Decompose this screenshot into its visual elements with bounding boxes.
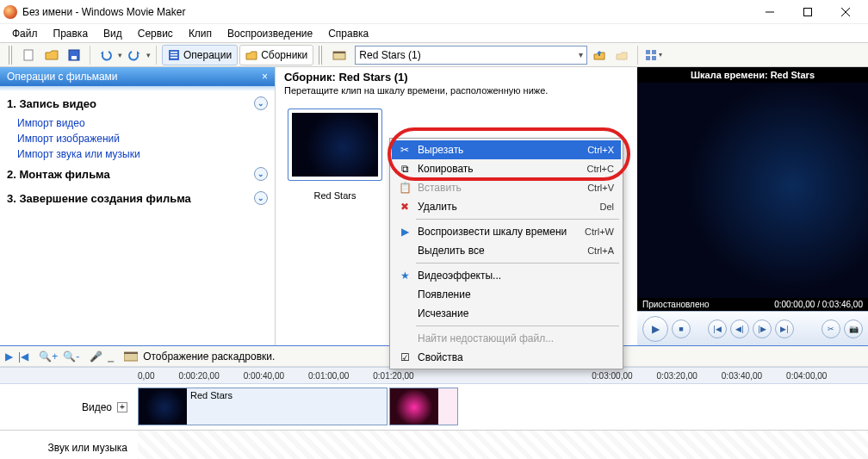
play-button[interactable]: ▶ — [642, 316, 668, 342]
folder-icon — [245, 49, 257, 61]
task-import-audio[interactable]: Импорт звука или музыки — [0, 146, 275, 162]
delete-icon: ✖ — [395, 201, 414, 213]
svg-rect-4 — [24, 50, 33, 60]
tl-rewind-button[interactable]: |◀ — [18, 350, 28, 363]
audio-track: Звук или музыка — [0, 431, 868, 459]
zoom-in-button[interactable]: 🔍+ — [39, 350, 58, 363]
svg-rect-16 — [652, 56, 656, 60]
window-title: Без имени - Windows Movie Maker — [22, 6, 185, 18]
ctx-cut[interactable]: ✂ Вырезать Ctrl+X — [392, 140, 621, 159]
split-button[interactable]: ✂ — [822, 319, 840, 338]
open-button[interactable] — [41, 45, 62, 65]
menu-view[interactable]: Вид — [96, 26, 129, 41]
expand-track-icon[interactable]: + — [117, 402, 127, 412]
collection-selected: Red Stars (1) — [359, 49, 579, 61]
maximize-button[interactable] — [789, 0, 827, 24]
properties-icon: ☑ — [395, 351, 414, 363]
collapse-icon[interactable]: ⌄ — [254, 96, 268, 110]
timeline-clip-2[interactable] — [389, 388, 458, 425]
ctx-fade-out[interactable]: Исчезание — [392, 304, 621, 323]
ctx-fade-in[interactable]: Появление — [392, 285, 621, 304]
ctx-video-fx[interactable]: ★ Видеоэффекты... — [392, 266, 621, 285]
svg-rect-15 — [646, 56, 650, 60]
tasks-pane: Операции с фильмами × 1. Запись видео ⌄ … — [0, 67, 276, 345]
menu-clip[interactable]: Клип — [182, 26, 219, 41]
expand-icon-2[interactable]: ⌄ — [254, 191, 268, 205]
task-import-images[interactable]: Импорт изображений — [0, 131, 275, 146]
timeline-clip-1-label: Red Stars — [187, 388, 236, 402]
titlebar: Без имени - Windows Movie Maker — [0, 0, 868, 24]
svg-rect-1 — [804, 8, 812, 16]
collections-label: Сборники — [261, 49, 307, 61]
storyboard-icon — [124, 350, 138, 363]
levels-button[interactable]: ⎯ — [108, 350, 114, 363]
redo-button[interactable] — [124, 45, 145, 65]
menubar: Файл Правка Вид Сервис Клип Воспроизведе… — [0, 24, 868, 43]
timeline-clip-1[interactable]: Red Stars — [138, 388, 388, 425]
menu-file[interactable]: Файл — [5, 26, 45, 41]
video-track-content[interactable]: Red Stars — [138, 384, 868, 430]
app-icon — [3, 5, 17, 19]
new-project-button[interactable] — [19, 45, 40, 65]
svg-rect-18 — [124, 352, 138, 354]
menu-service[interactable]: Сервис — [131, 26, 180, 41]
collection-subtitle: Перетащите клип на шкалу времени, распол… — [284, 85, 629, 96]
ctx-delete[interactable]: ✖ Удалить Del — [392, 197, 621, 216]
new-folder-button[interactable] — [611, 45, 632, 65]
timeline-ruler[interactable]: 0,00 0:00:20,00 0:00:40,00 0:01:00,00 0:… — [0, 367, 868, 384]
task-section-3[interactable]: 3. Завершение создания фильма ⌄ — [0, 186, 275, 210]
audio-track-label: Звук или музыка — [48, 442, 127, 454]
tasks-close-button[interactable]: × — [262, 71, 268, 83]
tasks-header: Операции с фильмами × — [0, 67, 275, 86]
collection-icon-btn[interactable] — [329, 45, 350, 65]
preview-controls: ▶ ■ |◀ ◀| |▶ ▶| ✂ 📷 — [637, 311, 868, 345]
toolbar-grip-2[interactable] — [319, 46, 324, 65]
play-icon: ▶ — [395, 226, 414, 238]
expand-icon[interactable]: ⌄ — [254, 167, 268, 181]
zoom-out-button[interactable]: 🔍- — [63, 350, 79, 363]
snapshot-button[interactable]: 📷 — [844, 319, 863, 338]
audio-track-content[interactable] — [138, 431, 868, 459]
storyboard-toggle[interactable]: Отображение раскадровки. — [143, 350, 275, 363]
menu-edit[interactable]: Правка — [46, 26, 96, 41]
preview-title: Шкала времени: Red Stars — [637, 67, 868, 83]
task-import-video[interactable]: Импорт видео — [0, 115, 275, 131]
menu-play[interactable]: Воспроизведение — [220, 26, 319, 41]
svg-rect-13 — [646, 50, 650, 54]
menu-help[interactable]: Справка — [321, 26, 375, 41]
toolbar: ▾ ▾ Операции Сборники Red Stars (1) ▾ ▾ — [0, 43, 868, 67]
up-level-button[interactable] — [589, 45, 610, 65]
stop-button[interactable]: ■ — [672, 319, 691, 338]
tl-play-button[interactable]: ▶ — [5, 350, 13, 363]
chevron-down-icon: ▾ — [579, 50, 583, 59]
ctx-properties[interactable]: ☑ Свойства — [392, 348, 621, 367]
list-icon — [168, 49, 180, 61]
save-button[interactable] — [64, 45, 84, 65]
paste-icon: 📋 — [395, 182, 414, 194]
minimize-button[interactable] — [751, 0, 789, 24]
step-back-button[interactable]: ◀| — [730, 319, 749, 338]
undo-button[interactable] — [96, 45, 116, 65]
toolbar-grip[interactable] — [9, 46, 14, 65]
mic-button[interactable]: 🎤 — [90, 350, 102, 363]
svg-rect-9 — [170, 54, 177, 56]
svg-rect-10 — [170, 57, 177, 59]
close-button[interactable] — [827, 0, 865, 24]
ctx-play-timeline[interactable]: ▶ Воспроизвести шкалу времени Ctrl+W — [392, 222, 621, 241]
preview-status-bar: Приостановлено 0:00:00,00 / 0:03:46,00 — [637, 298, 868, 311]
clip-thumbnail[interactable]: Red Stars — [284, 102, 386, 201]
task-section-1[interactable]: 1. Запись видео ⌄ — [0, 91, 275, 115]
ctx-select-all[interactable]: Выделить все Ctrl+A — [392, 241, 621, 260]
preview-video[interactable] — [637, 83, 868, 298]
next-clip-button[interactable]: ▶| — [775, 319, 794, 338]
task-section-2[interactable]: 2. Монтаж фильма ⌄ — [0, 162, 275, 186]
prev-clip-button[interactable]: |◀ — [708, 319, 727, 338]
ctx-copy[interactable]: ⧉ Копировать Ctrl+C — [392, 159, 621, 178]
collections-button[interactable]: Сборники — [239, 45, 313, 65]
view-mode-button[interactable]: ▾ — [643, 45, 664, 65]
tasks-header-label: Операции с фильмами — [7, 71, 118, 83]
step-forward-button[interactable]: |▶ — [753, 319, 772, 338]
preview-time: 0:00:00,00 / 0:03:46,00 — [774, 300, 863, 309]
operations-button[interactable]: Операции — [162, 45, 238, 65]
collection-select[interactable]: Red Stars (1) ▾ — [355, 46, 587, 65]
